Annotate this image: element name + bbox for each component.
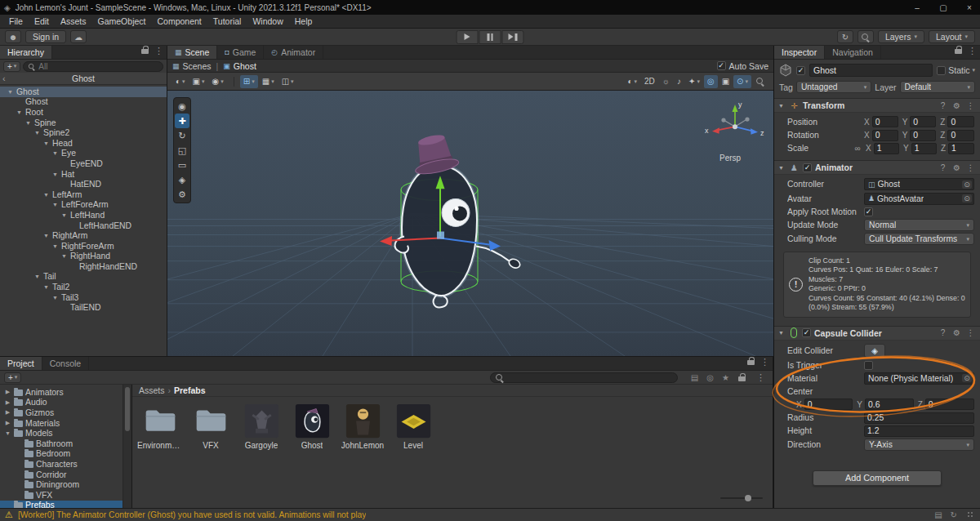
hierarchy-search[interactable] [23,61,163,72]
foldout-arrow-icon[interactable]: ▼ [778,165,786,171]
project-tree-scrollbar[interactable] [122,385,131,508]
hierarchy-item-leftarm[interactable]: ▼LeftArm [0,189,167,200]
transform-component-header[interactable]: ▼ ✛ Transform ? ⚙ ⋮ [774,99,980,113]
gameobject-name-input[interactable] [809,64,933,77]
breadcrumb-ghost[interactable]: Ghost [234,61,256,71]
center-y-input[interactable] [865,399,914,410]
position-y-input[interactable] [910,116,936,127]
foldout-arrow-icon[interactable]: ▶ [4,399,11,406]
perspective-label[interactable]: Persp [719,154,742,163]
asset-gargoyle[interactable]: Gargoyle [238,403,284,450]
foldout-arrow-icon[interactable]: ▼ [51,295,59,301]
layer-dropdown[interactable]: Default▾ [900,81,975,93]
scale-tool[interactable]: ◱ [175,143,189,158]
project-folder-vfx[interactable]: VFX [0,490,122,501]
project-folder-bathroom[interactable]: Bathroom [0,439,122,449]
tab-inspector[interactable]: Inspector [774,46,825,59]
tab-hierarchy[interactable]: Hierarchy [0,46,52,59]
maximize-button[interactable]: ▢ [933,3,954,12]
back-icon[interactable]: ‹ [2,73,6,83]
hierarchy-item-root[interactable]: ▼Root [0,107,167,118]
foldout-arrow-icon[interactable]: ▼ [24,120,32,126]
status-message[interactable]: [Worker0] The Animator Controller (Ghost… [18,510,367,519]
kebab-menu-icon[interactable]: ⋮ [151,46,167,59]
gameobject-enabled-checkbox[interactable] [796,66,805,75]
rect-tool[interactable]: ▭ [175,158,189,172]
hierarchy-item-righthand[interactable]: ▼RightHand [0,252,167,262]
scale-y-input[interactable] [911,143,937,154]
asset-environme[interactable]: Environme... [137,403,183,450]
pivot-rotation-dropdown[interactable]: ◉▾ [209,75,227,88]
foldout-arrow-icon[interactable]: ▼ [42,284,50,290]
static-dropdown-icon[interactable]: ▾ [972,67,975,73]
resize-grip-icon[interactable] [967,511,975,519]
foldout-arrow-icon[interactable]: ▼ [4,430,11,436]
foldout-arrow-icon[interactable]: ▶ [4,409,11,416]
menu-component[interactable]: Component [151,16,207,26]
project-folder-audio[interactable]: ▶Audio [0,398,122,408]
hierarchy-item-tail2[interactable]: ▼Tail2 [0,282,167,292]
step-button[interactable] [502,30,524,44]
foldout-arrow-icon[interactable]: ▼ [60,212,68,218]
project-folder-corridor[interactable]: Corridor [0,470,122,480]
animator-enabled-checkbox[interactable] [803,163,812,172]
icon-size-slider[interactable] [720,495,763,501]
menu-tutorial[interactable]: Tutorial [207,16,247,26]
tab-scene[interactable]: ▦Scene [167,46,217,59]
presets-icon[interactable]: ⚙ [951,101,962,110]
foldout-arrow-icon[interactable]: ▶ [4,420,11,426]
lock-icon[interactable] [747,360,755,365]
sign-in-button[interactable]: Sign in [25,30,66,43]
asset-vfx[interactable]: VFX [188,403,234,450]
undo-history-icon[interactable]: ↻ [837,30,853,43]
foldout-arrow-icon[interactable]: ▼ [778,103,786,109]
scene-lighting-toggle[interactable]: ☼ [659,75,673,88]
hierarchy-item-eyeend[interactable]: EyeEND [0,158,167,169]
help-icon[interactable]: ? [938,163,948,172]
project-search-input[interactable] [506,373,673,382]
hierarchy-item-ghost[interactable]: Ghost [0,97,167,108]
effects-dropdown[interactable]: ✦▾ [685,75,703,88]
object-picker-icon[interactable]: ⊙ [962,374,972,382]
menu-help[interactable]: Help [289,16,318,26]
culling-mode-dropdown[interactable]: Cull Update Transforms▾ [864,233,974,245]
asset-johnlemon[interactable]: JohnLemon [340,403,385,450]
object-picker-icon[interactable]: ⊙ [962,194,972,203]
kebab-menu-icon[interactable]: ⋮ [964,46,980,59]
presets-icon[interactable]: ⚙ [951,163,962,172]
hierarchy-item-righthandend[interactable]: RightHandEND [0,261,167,272]
foldout-arrow-icon[interactable]: ▼ [42,233,50,238]
project-folder-diningroom[interactable]: Diningroom [0,479,122,490]
pivot-point-dropdown[interactable]: ▣▾ [189,75,208,88]
tab-console[interactable]: Console [42,357,90,370]
rotation-y-input[interactable] [910,130,936,141]
search-icon[interactable] [858,30,874,43]
scale-z-input[interactable] [948,143,974,154]
scene-visibility-toggle[interactable]: ◎ [704,75,718,88]
view-tool[interactable]: ◉ [175,99,189,114]
breadcrumb-prefabs[interactable]: Prefabs [174,385,206,395]
kebab-menu-icon[interactable]: ⋮ [965,101,976,110]
height-input[interactable] [864,425,974,437]
kebab-menu-icon[interactable]: ⋮ [757,357,773,370]
project-folder-materials[interactable]: ▶Materials [0,418,122,429]
hierarchy-item-lefthandend[interactable]: LeftHandEND [0,220,167,231]
hierarchy-item-spine2[interactable]: ▼Spine2 [0,127,167,138]
add-component-button[interactable]: Add Component [813,470,942,486]
refresh-icon[interactable]: ↻ [949,510,959,519]
hierarchy-item-eye[interactable]: ▼Eye [0,149,167,159]
position-z-input[interactable] [947,116,974,127]
foldout-arrow-icon[interactable]: ▼ [51,150,59,156]
avatar-field[interactable]: ♟ GhostAvatar ⊙ [864,193,974,205]
hierarchy-item-rightarm[interactable]: ▼RightArm [0,230,167,241]
position-x-input[interactable] [872,116,898,127]
grid-visibility-dropdown[interactable]: ▦▾ [259,75,278,88]
hierarchy-item-tail[interactable]: ▼Tail [0,272,167,283]
presets-icon[interactable]: ⚙ [951,328,962,337]
cloud-icon[interactable]: ☁ [70,30,87,43]
menu-gameobject[interactable]: GameObject [92,16,152,26]
tool-settings-dropdown[interactable]: ◐▾ [172,75,189,88]
foldout-arrow-icon[interactable]: ▼ [7,89,14,95]
custom-tool[interactable]: ⚙ [175,187,189,202]
menu-assets[interactable]: Assets [55,16,92,26]
